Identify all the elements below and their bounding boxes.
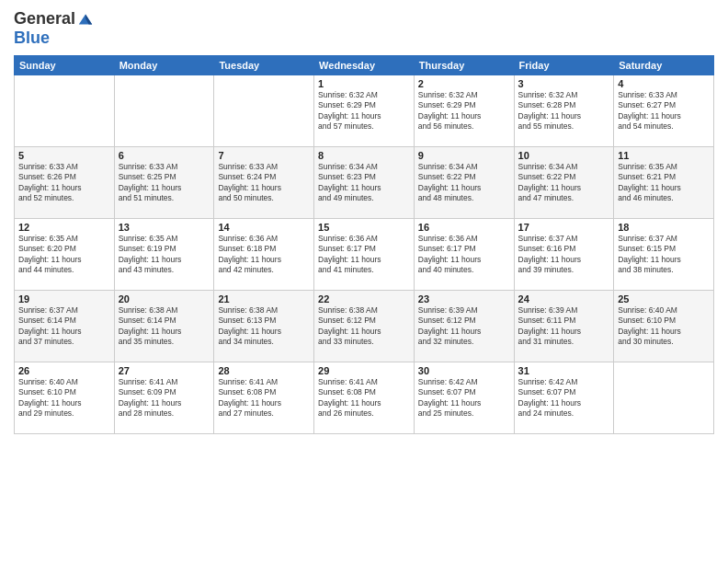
day-info: Sunrise: 6:42 AM Sunset: 6:07 PM Dayligh… <box>518 377 610 419</box>
calendar-header-row: SundayMondayTuesdayWednesdayThursdayFrid… <box>15 56 714 75</box>
day-number: 25 <box>618 293 710 304</box>
day-number: 1 <box>318 78 410 89</box>
day-number: 17 <box>518 222 610 233</box>
header: General Blue <box>14 9 714 48</box>
day-info: Sunrise: 6:36 AM Sunset: 6:17 PM Dayligh… <box>318 234 410 276</box>
col-header-saturday: Saturday <box>614 56 714 75</box>
calendar-cell: 12Sunrise: 6:35 AM Sunset: 6:20 PM Dayli… <box>15 219 115 291</box>
calendar-cell: 14Sunrise: 6:36 AM Sunset: 6:18 PM Dayli… <box>214 219 314 291</box>
day-info: Sunrise: 6:40 AM Sunset: 6:10 PM Dayligh… <box>18 377 110 419</box>
calendar-cell: 29Sunrise: 6:41 AM Sunset: 6:08 PM Dayli… <box>314 362 415 434</box>
calendar-cell: 16Sunrise: 6:36 AM Sunset: 6:17 PM Dayli… <box>414 219 514 291</box>
calendar-cell: 30Sunrise: 6:42 AM Sunset: 6:07 PM Dayli… <box>414 362 514 434</box>
day-number: 27 <box>119 365 210 376</box>
day-number: 28 <box>218 365 310 376</box>
day-number: 3 <box>518 78 610 89</box>
day-number: 12 <box>18 222 110 233</box>
col-header-thursday: Thursday <box>414 56 514 75</box>
day-info: Sunrise: 6:33 AM Sunset: 6:24 PM Dayligh… <box>218 162 310 204</box>
day-number: 31 <box>518 365 610 376</box>
day-number: 2 <box>418 78 510 89</box>
calendar-cell: 8Sunrise: 6:34 AM Sunset: 6:23 PM Daylig… <box>314 147 415 219</box>
calendar-cell: 24Sunrise: 6:39 AM Sunset: 6:11 PM Dayli… <box>514 291 614 362</box>
calendar-cell: 27Sunrise: 6:41 AM Sunset: 6:09 PM Dayli… <box>114 362 214 434</box>
day-number: 26 <box>18 365 110 376</box>
day-number: 14 <box>218 222 310 233</box>
day-number: 23 <box>418 293 510 304</box>
day-info: Sunrise: 6:33 AM Sunset: 6:25 PM Dayligh… <box>119 162 210 204</box>
day-info: Sunrise: 6:36 AM Sunset: 6:17 PM Dayligh… <box>418 234 510 276</box>
col-header-wednesday: Wednesday <box>314 56 415 75</box>
calendar-cell: 11Sunrise: 6:35 AM Sunset: 6:21 PM Dayli… <box>614 147 714 219</box>
day-number: 24 <box>518 293 610 304</box>
calendar-cell: 13Sunrise: 6:35 AM Sunset: 6:19 PM Dayli… <box>114 219 214 291</box>
day-info: Sunrise: 6:41 AM Sunset: 6:08 PM Dayligh… <box>318 377 410 419</box>
day-number: 9 <box>418 150 510 161</box>
day-info: Sunrise: 6:35 AM Sunset: 6:20 PM Dayligh… <box>18 234 110 276</box>
day-info: Sunrise: 6:34 AM Sunset: 6:23 PM Dayligh… <box>318 162 410 204</box>
calendar-week-2: 5Sunrise: 6:33 AM Sunset: 6:26 PM Daylig… <box>15 147 714 219</box>
day-info: Sunrise: 6:42 AM Sunset: 6:07 PM Dayligh… <box>418 377 510 419</box>
col-header-monday: Monday <box>114 56 214 75</box>
day-info: Sunrise: 6:34 AM Sunset: 6:22 PM Dayligh… <box>418 162 510 204</box>
calendar-cell: 22Sunrise: 6:38 AM Sunset: 6:12 PM Dayli… <box>314 291 415 362</box>
calendar-cell: 20Sunrise: 6:38 AM Sunset: 6:14 PM Dayli… <box>114 291 214 362</box>
day-number: 11 <box>618 150 710 161</box>
day-info: Sunrise: 6:37 AM Sunset: 6:15 PM Dayligh… <box>618 234 710 276</box>
calendar-cell: 15Sunrise: 6:36 AM Sunset: 6:17 PM Dayli… <box>314 219 415 291</box>
calendar-cell: 7Sunrise: 6:33 AM Sunset: 6:24 PM Daylig… <box>214 147 314 219</box>
day-number: 30 <box>418 365 510 376</box>
calendar-cell: 1Sunrise: 6:32 AM Sunset: 6:29 PM Daylig… <box>314 75 415 147</box>
logo-icon <box>77 11 94 28</box>
day-info: Sunrise: 6:34 AM Sunset: 6:22 PM Dayligh… <box>518 162 610 204</box>
day-info: Sunrise: 6:35 AM Sunset: 6:21 PM Dayligh… <box>618 162 710 204</box>
day-info: Sunrise: 6:32 AM Sunset: 6:28 PM Dayligh… <box>518 90 610 132</box>
calendar-cell: 31Sunrise: 6:42 AM Sunset: 6:07 PM Dayli… <box>514 362 614 434</box>
day-number: 8 <box>318 150 410 161</box>
calendar-cell: 23Sunrise: 6:39 AM Sunset: 6:12 PM Dayli… <box>414 291 514 362</box>
day-info: Sunrise: 6:36 AM Sunset: 6:18 PM Dayligh… <box>218 234 310 276</box>
day-info: Sunrise: 6:39 AM Sunset: 6:12 PM Dayligh… <box>418 305 510 348</box>
calendar-cell: 17Sunrise: 6:37 AM Sunset: 6:16 PM Dayli… <box>514 219 614 291</box>
calendar-cell <box>15 75 115 147</box>
day-number: 19 <box>18 293 110 304</box>
calendar-cell: 26Sunrise: 6:40 AM Sunset: 6:10 PM Dayli… <box>15 362 115 434</box>
col-header-friday: Friday <box>514 56 614 75</box>
calendar-week-1: 1Sunrise: 6:32 AM Sunset: 6:29 PM Daylig… <box>15 75 714 147</box>
logo: General Blue <box>14 9 94 48</box>
day-number: 21 <box>218 293 310 304</box>
calendar-cell <box>114 75 214 147</box>
day-info: Sunrise: 6:40 AM Sunset: 6:10 PM Dayligh… <box>618 305 710 348</box>
page-container: General Blue SundayMondayTuesdayWednesda… <box>0 0 728 563</box>
day-info: Sunrise: 6:38 AM Sunset: 6:13 PM Dayligh… <box>218 305 310 348</box>
day-number: 15 <box>318 222 410 233</box>
day-number: 16 <box>418 222 510 233</box>
day-number: 7 <box>218 150 310 161</box>
day-number: 4 <box>618 78 710 89</box>
calendar-cell: 5Sunrise: 6:33 AM Sunset: 6:26 PM Daylig… <box>15 147 115 219</box>
day-info: Sunrise: 6:41 AM Sunset: 6:09 PM Dayligh… <box>119 377 210 419</box>
day-info: Sunrise: 6:32 AM Sunset: 6:29 PM Dayligh… <box>318 90 410 132</box>
calendar-cell: 19Sunrise: 6:37 AM Sunset: 6:14 PM Dayli… <box>15 291 115 362</box>
calendar-cell <box>214 75 314 147</box>
logo-blue: Blue <box>14 29 50 48</box>
calendar-cell: 18Sunrise: 6:37 AM Sunset: 6:15 PM Dayli… <box>614 219 714 291</box>
day-info: Sunrise: 6:37 AM Sunset: 6:16 PM Dayligh… <box>518 234 610 276</box>
calendar-cell: 6Sunrise: 6:33 AM Sunset: 6:25 PM Daylig… <box>114 147 214 219</box>
day-info: Sunrise: 6:38 AM Sunset: 6:14 PM Dayligh… <box>119 305 210 348</box>
day-number: 22 <box>318 293 410 304</box>
day-number: 18 <box>618 222 710 233</box>
calendar-cell: 9Sunrise: 6:34 AM Sunset: 6:22 PM Daylig… <box>414 147 514 219</box>
col-header-tuesday: Tuesday <box>214 56 314 75</box>
day-info: Sunrise: 6:37 AM Sunset: 6:14 PM Dayligh… <box>18 305 110 348</box>
day-number: 6 <box>119 150 210 161</box>
day-number: 13 <box>119 222 210 233</box>
calendar-cell <box>614 362 714 434</box>
calendar-cell: 3Sunrise: 6:32 AM Sunset: 6:28 PM Daylig… <box>514 75 614 147</box>
calendar-week-4: 19Sunrise: 6:37 AM Sunset: 6:14 PM Dayli… <box>15 291 714 362</box>
calendar-cell: 25Sunrise: 6:40 AM Sunset: 6:10 PM Dayli… <box>614 291 714 362</box>
day-number: 29 <box>318 365 410 376</box>
day-info: Sunrise: 6:35 AM Sunset: 6:19 PM Dayligh… <box>119 234 210 276</box>
calendar-cell: 10Sunrise: 6:34 AM Sunset: 6:22 PM Dayli… <box>514 147 614 219</box>
day-info: Sunrise: 6:39 AM Sunset: 6:11 PM Dayligh… <box>518 305 610 348</box>
